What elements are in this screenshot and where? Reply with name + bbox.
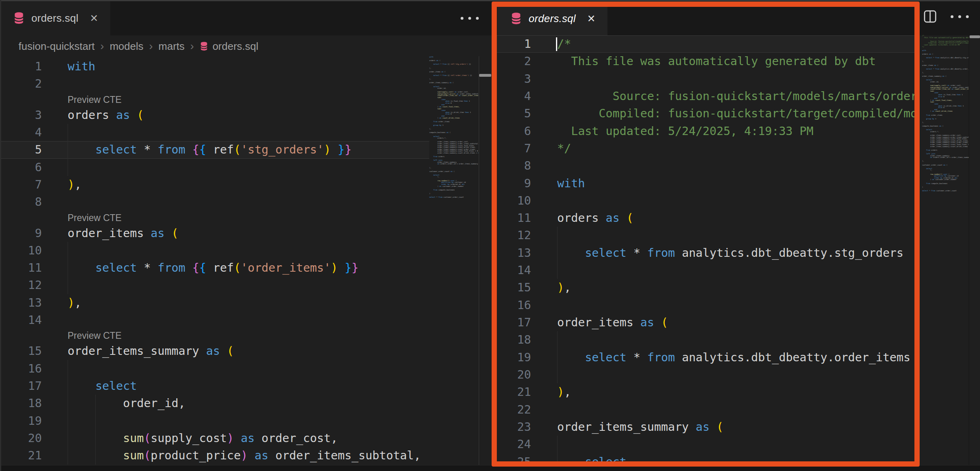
line-number: 1 xyxy=(492,35,531,53)
minimap[interactable]: /* This file was automatically generated… xyxy=(922,35,969,204)
editor-group-compiled: orders.sql ✕ 1/*2 This file was automati… xyxy=(492,0,980,471)
code-line-10[interactable]: 10 xyxy=(0,242,429,259)
code-line-9[interactable]: 9order_items as ( xyxy=(0,225,429,242)
code-line-4[interactable]: 4 xyxy=(0,124,429,141)
overview-ruler xyxy=(479,56,479,465)
code-lens[interactable]: Preview CTE xyxy=(0,211,429,225)
line-number: 19 xyxy=(0,412,42,430)
code-line-16[interactable]: 16 xyxy=(0,360,429,377)
line-number: 8 xyxy=(492,157,531,174)
code-line-18[interactable]: 18 xyxy=(492,331,914,348)
more-actions-icon[interactable] xyxy=(951,15,969,18)
indent-guide xyxy=(68,276,68,294)
minimap[interactable]: with orders as ( select * from {{ ref('s… xyxy=(429,56,478,225)
indent-guide xyxy=(68,159,68,176)
line-number: 21 xyxy=(0,447,42,464)
chevron-right-icon: › xyxy=(100,40,104,53)
line-number: 4 xyxy=(492,88,531,105)
indent-guide xyxy=(557,436,558,453)
indent-guide xyxy=(557,227,558,244)
sql-file-icon xyxy=(200,41,208,51)
code-line-8[interactable]: 8 xyxy=(0,193,429,211)
line-number: 5 xyxy=(492,105,531,122)
code-line-7[interactable]: 7*/ xyxy=(492,140,914,157)
code-line-17[interactable]: 17 select xyxy=(0,377,429,395)
breadcrumb-item-models[interactable]: models xyxy=(110,40,144,53)
code-line-1[interactable]: 1/* xyxy=(492,35,914,53)
code-line-19[interactable]: 19 select * from analytics.dbt_dbeatty.o… xyxy=(492,349,914,366)
line-number: 14 xyxy=(0,311,42,329)
code-line-20[interactable]: 20 xyxy=(492,366,914,383)
code-line-11[interactable]: 11orders as ( xyxy=(492,209,914,227)
tab-orders-sql-source[interactable]: orders.sql ✕ xyxy=(0,1,110,35)
line-number: 12 xyxy=(492,227,531,244)
code-line-25[interactable]: 25 select xyxy=(492,453,914,465)
code-line-1[interactable]: 1with xyxy=(0,58,429,75)
code-line-3[interactable]: 3orders as ( xyxy=(0,106,429,124)
tab-orders-sql-compiled[interactable]: orders.sql ✕ xyxy=(497,2,607,35)
indent-guide xyxy=(68,395,68,412)
code-line-15[interactable]: 15), xyxy=(492,279,914,296)
breadcrumb-item-marts[interactable]: marts xyxy=(159,40,185,53)
code-line-6[interactable]: 6 Last updated: 5/24/2025, 4:19:33 PM xyxy=(492,123,914,140)
code-line-15[interactable]: 15order_items_summary as ( xyxy=(0,342,429,360)
code-line-6[interactable]: 6 xyxy=(0,159,429,176)
line-number: 18 xyxy=(0,395,42,412)
code-line-5[interactable]: 5 select * from {{ ref('stg_orders') }} xyxy=(0,141,429,158)
sql-file-icon xyxy=(510,12,522,25)
breadcrumb-item-project[interactable]: fusion-quickstart xyxy=(19,40,95,53)
more-actions-icon[interactable] xyxy=(461,1,479,35)
line-number: 25 xyxy=(492,453,531,465)
line-number: 1 xyxy=(0,58,42,75)
code-line-8[interactable]: 8 xyxy=(492,157,914,174)
close-icon[interactable]: ✕ xyxy=(90,12,98,24)
code-line-21[interactable]: 21), xyxy=(492,383,914,401)
code-line-7[interactable]: 7), xyxy=(0,176,429,193)
sql-file-icon xyxy=(13,12,25,25)
code-line-23[interactable]: 23order_items_summary as ( xyxy=(492,418,914,436)
window-top-border xyxy=(0,0,980,1)
line-number: 10 xyxy=(492,192,531,209)
line-number: 24 xyxy=(492,436,531,453)
code-line-20[interactable]: 20 sum(supply_cost) as order_cost, xyxy=(0,430,429,447)
indent-guide xyxy=(68,447,68,464)
code-line-11[interactable]: 11 select * from {{ ref('order_items') }… xyxy=(0,259,429,276)
code-line-14[interactable]: 14 xyxy=(0,311,429,329)
line-number: 15 xyxy=(492,279,531,296)
code-line-13[interactable]: 13 select * from analytics.dbt_dbeatty.s… xyxy=(492,244,914,262)
code-line-14[interactable]: 14 xyxy=(492,262,914,279)
code-line-3[interactable]: 3 xyxy=(492,70,914,88)
code-line-17[interactable]: 17order_items as ( xyxy=(492,314,914,331)
code-line-21[interactable]: 21 sum(product_price) as order_items_sub… xyxy=(0,447,429,464)
indent-guide xyxy=(95,447,96,464)
code-line-18[interactable]: 18 order_id, xyxy=(0,395,429,412)
code-line-9[interactable]: 9with xyxy=(492,175,914,192)
close-icon[interactable]: ✕ xyxy=(587,13,595,25)
code-line-10[interactable]: 10 xyxy=(492,192,914,209)
indent-guide xyxy=(557,453,558,465)
code-line-13[interactable]: 13), xyxy=(0,294,429,311)
tab-label: orders.sql xyxy=(31,12,78,25)
code-line-16[interactable]: 16 xyxy=(492,297,914,314)
code-editor-source[interactable]: 1with2Preview CTE3orders as (45 select *… xyxy=(0,58,429,465)
code-line-4[interactable]: 4 Source: fusion-quickstart/models/marts… xyxy=(492,88,914,105)
breadcrumb-item-file[interactable]: orders.sql xyxy=(212,40,258,53)
code-line-2[interactable]: 2 This file was automatically generated … xyxy=(492,53,914,70)
code-line-22[interactable]: 22 xyxy=(492,401,914,418)
code-line-12[interactable]: 12 xyxy=(0,276,429,294)
tab-bar-right: orders.sql ✕ xyxy=(492,2,980,35)
code-line-24[interactable]: 24 xyxy=(492,436,914,453)
line-number: 14 xyxy=(492,262,531,279)
code-line-2[interactable]: 2 xyxy=(0,75,429,92)
line-number: 11 xyxy=(492,209,531,227)
line-number: 2 xyxy=(0,75,42,92)
code-line-5[interactable]: 5 Compiled: fusion-quickstart/target/com… xyxy=(492,105,914,122)
code-lens[interactable]: Preview CTE xyxy=(0,329,429,342)
code-line-19[interactable]: 19 xyxy=(0,412,429,430)
code-editor-compiled[interactable]: 1/*2 This file was automatically generat… xyxy=(492,35,914,465)
window-left-border xyxy=(0,0,1,471)
code-line-12[interactable]: 12 xyxy=(492,227,914,244)
code-lens[interactable]: Preview CTE xyxy=(0,93,429,106)
split-editor-icon[interactable] xyxy=(923,10,937,23)
line-number: 21 xyxy=(492,383,531,401)
